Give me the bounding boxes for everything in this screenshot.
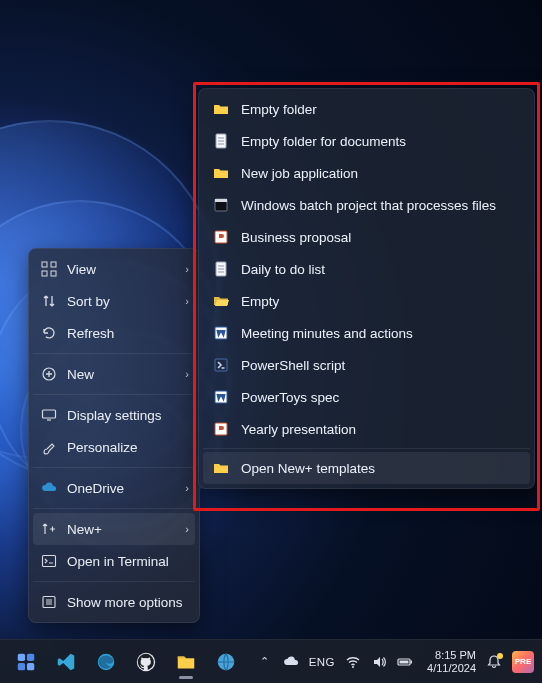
separator [33,353,195,354]
battery-icon[interactable] [397,654,413,670]
submenu-item-empty-folder[interactable]: Empty folder [203,93,530,125]
submenu-label: Business proposal [241,230,351,245]
submenu-item-batch-project[interactable]: Windows batch project that processes fil… [203,189,530,221]
folder-icon [213,460,229,476]
notifications-icon[interactable] [486,654,502,670]
svg-point-30 [352,666,354,668]
word-icon [213,325,229,341]
folder-icon [213,101,229,117]
taskbar-clock[interactable]: 8:15 PM 4/11/2024 [427,649,476,674]
submenu-item-yearly-presentation[interactable]: Yearly presentation [203,413,530,445]
svg-rect-23 [18,653,25,660]
weather-icon[interactable] [283,654,299,670]
volume-icon[interactable] [371,654,387,670]
plus-icon [41,366,57,382]
cloud-icon [41,480,57,496]
submenu-item-daily-todo[interactable]: Daily to do list [203,253,530,285]
submenu-label: Windows batch project that processes fil… [241,198,496,213]
submenu-item-meeting-minutes[interactable]: Meeting minutes and actions [203,317,530,349]
menu-label: View [67,262,187,277]
batch-icon [213,197,229,213]
submenu-label: Open New+ templates [241,461,375,476]
clock-date: 4/11/2024 [427,662,476,675]
submenu-label: Daily to do list [241,262,325,277]
submenu-label: PowerShell script [241,358,345,373]
desktop-context-menu: View › Sort by › Refresh New › Display s… [28,248,200,623]
submenu-item-empty-folder-docs[interactable]: Empty folder for documents [203,125,530,157]
submenu-item-powertoys-spec[interactable]: PowerToys spec [203,381,530,413]
svg-rect-13 [215,199,227,202]
taskbar-apps [8,644,244,680]
svg-rect-5 [43,410,56,418]
sort-icon [41,293,57,309]
menu-label: OneDrive [67,481,187,496]
submenu-item-empty[interactable]: Empty [203,285,530,317]
separator [33,581,195,582]
chevron-right-icon: › [185,482,189,494]
submenu-item-business-proposal[interactable]: Business proposal [203,221,530,253]
svg-rect-19 [215,327,227,339]
submenu-item-job-application[interactable]: New job application [203,157,530,189]
svg-rect-1 [51,262,56,267]
menu-item-sort-by[interactable]: Sort by › [33,285,195,317]
submenu-item-powershell[interactable]: PowerShell script [203,349,530,381]
menu-item-onedrive[interactable]: OneDrive › [33,472,195,504]
wifi-icon[interactable] [345,654,361,670]
submenu-item-open-templates[interactable]: Open New+ templates [203,452,530,484]
taskbar-app-widgets[interactable] [8,644,44,680]
chevron-right-icon: › [185,295,189,307]
refresh-icon [41,325,57,341]
folder-icon [213,165,229,181]
svg-rect-6 [43,556,56,567]
taskbar-app-explorer[interactable] [168,644,204,680]
separator [33,508,195,509]
menu-item-new[interactable]: New › [33,358,195,390]
svg-rect-32 [400,660,409,663]
menu-item-open-terminal[interactable]: Open in Terminal [33,545,195,577]
submenu-label: Empty folder [241,102,317,117]
menu-label: Show more options [67,595,187,610]
svg-rect-25 [18,662,25,669]
menu-item-view[interactable]: View › [33,253,195,285]
submenu-label: Empty folder for documents [241,134,406,149]
taskbar: ⌃ ENG 8:15 PM 4/11/2024 PRE [0,639,542,683]
svg-rect-26 [27,662,34,669]
powerpoint-icon [213,421,229,437]
tray-chevron-icon[interactable]: ⌃ [257,654,273,670]
separator [33,394,195,395]
menu-item-display-settings[interactable]: Display settings [33,399,195,431]
brush-icon [41,439,57,455]
menu-item-personalize[interactable]: Personalize [33,431,195,463]
newplus-icon [41,521,57,537]
menu-item-more-options[interactable]: Show more options [33,586,195,618]
separator [33,467,195,468]
grid-icon [41,261,57,277]
powershell-icon [213,357,229,373]
menu-item-refresh[interactable]: Refresh [33,317,195,349]
chevron-right-icon: › [185,263,189,275]
taskbar-app-edge[interactable] [88,644,124,680]
more-icon [41,594,57,610]
svg-rect-0 [42,262,47,267]
submenu-label: New job application [241,166,358,181]
menu-label: Refresh [67,326,187,341]
menu-label: Open in Terminal [67,554,187,569]
svg-rect-3 [51,271,56,276]
taskbar-app-github[interactable] [128,644,164,680]
menu-label: New [67,367,187,382]
folder-open-icon [213,293,229,309]
display-icon [41,407,57,423]
taskbar-app-browser[interactable] [208,644,244,680]
svg-rect-2 [42,271,47,276]
preview-badge[interactable]: PRE [512,651,534,673]
terminal-icon [41,553,57,569]
submenu-label: Empty [241,294,279,309]
chevron-right-icon: › [185,368,189,380]
menu-item-new-plus[interactable]: New+ › [33,513,195,545]
submenu-label: Yearly presentation [241,422,356,437]
taskbar-app-vscode[interactable] [48,644,84,680]
svg-rect-21 [215,391,227,403]
menu-label: Display settings [67,408,187,423]
language-indicator[interactable]: ENG [309,656,335,668]
menu-label: New+ [67,522,187,537]
